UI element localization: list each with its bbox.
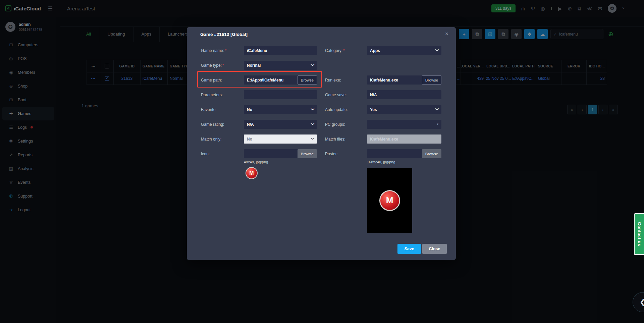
chevron-down-icon: ❯ bbox=[311, 122, 314, 125]
required-mark: * bbox=[343, 48, 345, 53]
field-label: Icon: bbox=[201, 152, 244, 156]
contact-us-label: Contact us bbox=[637, 222, 642, 246]
pc-groups-select[interactable]: ▾ bbox=[367, 120, 441, 129]
field-label: Game rating: bbox=[201, 122, 244, 127]
modal-title: Game #21613 [Global] bbox=[200, 32, 248, 37]
game-poster-preview: M bbox=[367, 168, 412, 233]
field-label: Match files: bbox=[325, 137, 367, 142]
icon-size-hint: 48x48, jpg/png bbox=[244, 160, 268, 164]
chevron-down-icon: ❯ bbox=[311, 63, 314, 66]
field-label: Auto update: bbox=[325, 107, 367, 112]
field-auto-update: Auto update: Yes❯ bbox=[325, 105, 441, 114]
game-path-browse-button[interactable]: Browse bbox=[298, 75, 317, 85]
field-match-only: Match only: No❯ bbox=[201, 134, 317, 144]
favorite-select[interactable]: No❯ bbox=[244, 105, 317, 114]
close-icon[interactable]: × bbox=[445, 31, 448, 37]
chevron-down-icon: ❯ bbox=[311, 137, 314, 140]
field-game-rating: Game rating: N/A❯ bbox=[201, 120, 317, 129]
field-category: Category:* Apps❯ bbox=[325, 46, 441, 55]
edit-game-modal: Game #21613 [Global] × Game name:* Game … bbox=[187, 27, 456, 260]
game-rating-select[interactable]: N/A❯ bbox=[244, 120, 317, 129]
game-name-input[interactable] bbox=[244, 46, 317, 55]
poster-size-hint: 168x240, jpg/png bbox=[367, 160, 395, 164]
poster-browse-button[interactable]: Browse bbox=[422, 149, 441, 158]
match-files-input bbox=[367, 134, 441, 144]
field-game-path: Game path: Browse bbox=[201, 75, 317, 85]
game-icon-preview: M bbox=[246, 167, 258, 179]
field-label: Favorite: bbox=[201, 107, 244, 112]
poster-logo: M bbox=[379, 190, 400, 211]
parameters-input[interactable] bbox=[244, 90, 317, 99]
field-label: Game name:* bbox=[201, 48, 244, 53]
field-label: PC groups: bbox=[325, 122, 367, 127]
required-mark: * bbox=[225, 48, 226, 53]
required-mark: * bbox=[222, 63, 224, 68]
category-select[interactable]: Apps❯ bbox=[367, 46, 441, 55]
match-only-select[interactable]: No❯ bbox=[244, 134, 317, 144]
field-match-files: Match files: bbox=[325, 134, 441, 144]
save-button[interactable]: Save bbox=[397, 244, 421, 254]
field-poster: Poster: Browse bbox=[325, 149, 441, 158]
field-label: Game save: bbox=[325, 93, 367, 97]
field-pc-groups: PC groups: ▾ bbox=[325, 120, 441, 129]
field-label: Parameters: bbox=[201, 93, 244, 97]
field-label: Game path: bbox=[201, 78, 244, 83]
chevron-down-icon: ❯ bbox=[311, 108, 314, 110]
icon-browse-button[interactable]: Browse bbox=[298, 149, 317, 158]
field-game-save: Game save: bbox=[325, 90, 441, 99]
field-icon: Icon: Browse bbox=[201, 149, 317, 158]
chevron-down-icon: ❯ bbox=[435, 49, 439, 51]
field-game-type: Game type:* Normal❯ bbox=[201, 61, 317, 70]
field-label: Game type:* bbox=[201, 63, 244, 68]
field-label: Poster: bbox=[325, 152, 367, 156]
game-type-select[interactable]: Normal❯ bbox=[244, 61, 317, 70]
field-favorite: Favorite: No❯ bbox=[201, 105, 317, 114]
field-label: Category:* bbox=[325, 48, 367, 53]
contact-us-tab[interactable]: Contact us bbox=[634, 213, 644, 255]
field-label: Match only: bbox=[201, 137, 244, 142]
field-parameters: Parameters: bbox=[201, 90, 317, 99]
auto-update-select[interactable]: Yes❯ bbox=[367, 105, 441, 114]
chevron-down-icon: ❯ bbox=[435, 108, 439, 110]
run-exe-browse-button[interactable]: Browse bbox=[422, 75, 441, 85]
chevron-down-icon: ▾ bbox=[437, 122, 438, 126]
close-button[interactable]: Close bbox=[422, 244, 447, 254]
field-label: Run exe: bbox=[325, 78, 367, 83]
field-run-exe: Run exe: Browse bbox=[325, 75, 441, 85]
field-game-name: Game name:* bbox=[201, 46, 317, 55]
game-save-input[interactable] bbox=[367, 90, 441, 99]
